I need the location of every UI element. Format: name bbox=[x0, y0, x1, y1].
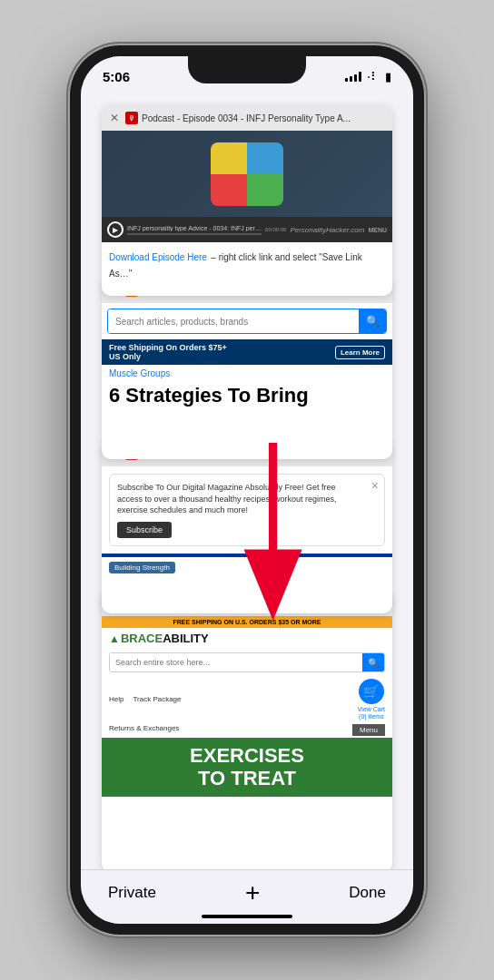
brace-logo: BRACEABILITY bbox=[121, 632, 209, 645]
player-progress bbox=[127, 233, 262, 235]
brain-quadrant bbox=[211, 142, 283, 206]
brace-search-button[interactable]: 🔍 bbox=[362, 653, 384, 671]
tab-card-womenfitness[interactable]: ✕ W The "Cutting Phase" In Body Building… bbox=[102, 441, 392, 613]
phone-wrapper: 5:06 ⋅⠇ ▮ ✕ bbox=[0, 0, 494, 980]
tab1-content: ▶ INFJ personality type Advice - 0034: I… bbox=[102, 131, 392, 296]
menu-button[interactable]: MENU bbox=[368, 227, 387, 233]
shipping-banner: Free Shipping On Orders $75+US Only Lear… bbox=[102, 339, 392, 365]
tab-header-1: ✕ 🎙 Podcast - Episode 0034 - INFJ Person… bbox=[102, 105, 392, 131]
podcast-player-bar: ▶ INFJ personality type Advice - 0034: I… bbox=[102, 217, 392, 242]
phone-screen: 5:06 ⋅⠇ ▮ ✕ bbox=[81, 56, 413, 924]
tab-title-1: Podcast - Episode 0034 - INFJ Personalit… bbox=[142, 113, 387, 123]
nav-help[interactable]: Help bbox=[109, 695, 124, 703]
brace-logo-icon: ▲ bbox=[109, 632, 119, 645]
signal-icon bbox=[345, 71, 361, 82]
tab-close-1[interactable]: ✕ bbox=[107, 111, 122, 125]
shipping-text: Free Shipping On Orders $75+US Only bbox=[109, 343, 227, 361]
status-bar: 5:06 ⋅⠇ ▮ bbox=[81, 56, 413, 96]
tab-favicon-1: 🎙 bbox=[125, 112, 138, 124]
popup-text: Subscribe To Our Digital Magazine Absolu… bbox=[117, 482, 362, 516]
brace-headline-line1: EXERCISES bbox=[109, 745, 385, 767]
subscribe-popup: × Subscribe To Our Digital Magazine Abso… bbox=[109, 474, 385, 546]
phone-frame: 5:06 ⋅⠇ ▮ ✕ bbox=[70, 45, 424, 935]
tab2-content: 🔍 Free Shipping On Orders $75+US Only Le… bbox=[102, 303, 392, 459]
bb-search-button[interactable]: 🔍 bbox=[359, 309, 386, 333]
player-time: 00:00:00 bbox=[265, 227, 286, 232]
building-strength-tag: Building Strength bbox=[109, 562, 175, 573]
brain-quadrant-tl bbox=[211, 142, 247, 174]
tab1-text: Download Episode Here – right click link… bbox=[102, 242, 392, 286]
cart-label: View Cart(0) Items bbox=[358, 706, 385, 720]
brace-search-input[interactable] bbox=[110, 653, 362, 671]
brain-graphic bbox=[102, 131, 392, 217]
brain-quadrant-bl bbox=[211, 174, 247, 206]
tab-switcher: ✕ 🎙 Podcast - Episode 0034 - INFJ Person… bbox=[81, 96, 413, 869]
popup-close-button[interactable]: × bbox=[371, 478, 379, 493]
tab-card-bodybuilding[interactable]: ✕ B 6 Strategies To Bring Up Your Middle… bbox=[102, 278, 392, 459]
download-episode-link[interactable]: Download Episode Here bbox=[109, 252, 207, 262]
brace-search-bar[interactable]: 🔍 bbox=[109, 652, 385, 672]
muscle-groups-link[interactable]: Muscle Groups bbox=[102, 365, 392, 382]
blue-divider bbox=[102, 554, 392, 557]
brace-headline: EXERCISES TO TREAT bbox=[102, 738, 392, 796]
brace-nav: Help Track Package 🛒 View Cart(0) Items bbox=[102, 676, 392, 722]
podcast-image bbox=[102, 131, 392, 217]
add-tab-button[interactable]: + bbox=[245, 878, 260, 907]
player-title: INFJ personality type Advice - 0034: INF… bbox=[127, 225, 262, 231]
brain-quadrant-br bbox=[247, 174, 283, 206]
tab3-content: × Subscribe To Our Digital Magazine Abso… bbox=[102, 466, 392, 613]
brace-logo-row: ▲ BRACEABILITY bbox=[102, 628, 392, 649]
cart-section: 🛒 View Cart(0) Items bbox=[358, 679, 385, 720]
done-button[interactable]: Done bbox=[349, 884, 386, 902]
tab-card-podcast[interactable]: ✕ 🎙 Podcast - Episode 0034 - INFJ Person… bbox=[102, 105, 392, 296]
play-button[interactable]: ▶ bbox=[107, 221, 124, 238]
nav-track[interactable]: Track Package bbox=[133, 695, 181, 703]
free-shipping-bar: FREE SHIPPING ON U.S. ORDERS $35 OR MORE bbox=[102, 616, 392, 628]
home-indicator bbox=[202, 915, 292, 918]
tab-card-braceability[interactable]: ✕ 🦺 9 Exercises for Lumbar & Cervical Sp… bbox=[102, 591, 392, 869]
battery-icon: ▮ bbox=[385, 70, 391, 83]
status-time: 5:06 bbox=[103, 69, 130, 84]
nav-returns[interactable]: Returns & Exchanges bbox=[109, 724, 179, 736]
notch bbox=[188, 56, 306, 83]
brain-quadrant-tr bbox=[247, 142, 283, 174]
bb-headline: 6 Strategies To Bring bbox=[102, 382, 392, 409]
brace-headline-line2: TO TREAT bbox=[109, 768, 385, 789]
bb-search-input[interactable] bbox=[108, 309, 359, 333]
player-info: INFJ personality type Advice - 0034: INF… bbox=[127, 225, 262, 235]
player-site: PersonalityHacker.com bbox=[290, 226, 364, 234]
subscribe-button[interactable]: Subscribe bbox=[117, 522, 172, 538]
tab4-content: FREE SHIPPING ON U.S. ORDERS $35 OR MORE… bbox=[102, 616, 392, 869]
menu-button[interactable]: Menu bbox=[352, 724, 385, 736]
cart-icon[interactable]: 🛒 bbox=[359, 679, 384, 704]
status-icons: ⋅⠇ ▮ bbox=[345, 70, 391, 83]
private-button[interactable]: Private bbox=[108, 884, 156, 902]
nav-row-2: Returns & Exchanges Menu bbox=[102, 722, 392, 738]
bb-search-bar[interactable]: 🔍 bbox=[107, 309, 387, 334]
learn-more-button[interactable]: Learn More bbox=[335, 346, 385, 359]
wifi-icon: ⋅⠇ bbox=[367, 70, 380, 83]
